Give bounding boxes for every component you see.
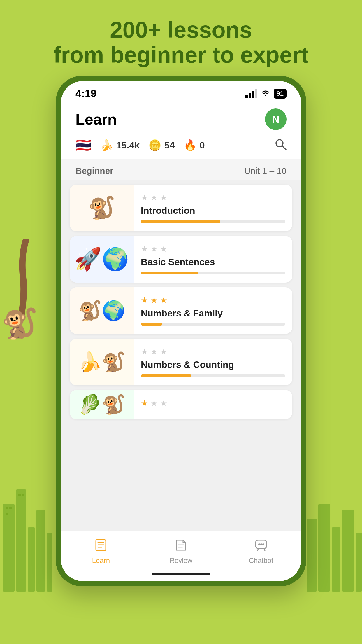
lesson-title-4: Numbers & Counting: [141, 359, 285, 370]
lesson-card-2[interactable]: 🚀🌍 ★ ★ ★ Basic Sentences: [70, 236, 292, 283]
svg-rect-8: [18, 494, 21, 496]
lesson-image-2: 🚀🌍: [70, 236, 134, 283]
progress-fill-3: [141, 323, 162, 326]
avatar[interactable]: N: [265, 108, 287, 130]
lesson-emoji-4: 🍌🐒: [78, 351, 125, 373]
progress-bar-1: [141, 220, 285, 223]
nav-icon-chatbot: [254, 538, 268, 555]
app-header: Learn N: [61, 103, 301, 133]
decorative-monkey: 🐒: [1, 306, 38, 341]
lesson-title-1: Introduction: [141, 205, 285, 216]
svg-point-26: [260, 543, 262, 545]
section-title: Beginner: [75, 166, 113, 176]
nav-item-chatbot[interactable]: Chatbot: [221, 536, 301, 567]
svg-rect-7: [6, 513, 8, 515]
stats-bar: 🇹🇭 🍌 15.4k 🪙 54 🔥 0: [61, 133, 301, 159]
star-1-3: ★: [160, 193, 167, 202]
coin-stat: 🪙 54: [148, 139, 175, 151]
fire-stat: 🔥 0: [184, 139, 205, 151]
svg-rect-13: [342, 510, 354, 592]
lesson-info-5: ★ ★ ★: [134, 392, 292, 417]
nav-label-review: Review: [170, 556, 193, 565]
promo-title-line1: 200+ lessons: [0, 18, 362, 43]
svg-point-27: [262, 543, 264, 545]
svg-rect-3: [36, 510, 45, 592]
lesson-emoji-2: 🚀🌍: [74, 246, 129, 272]
lesson-emoji-5: 🥬🐒: [78, 393, 125, 416]
progress-bar-3: [141, 323, 285, 326]
lesson-info-2: ★ ★ ★ Basic Sentences: [134, 238, 292, 281]
svg-rect-10: [307, 519, 317, 592]
svg-line-17: [282, 146, 286, 150]
coin-icon: 🪙: [148, 139, 161, 151]
lesson-card-1[interactable]: 🐒 ★ ★ ★ Introduction: [70, 185, 292, 231]
city-buildings-right: [304, 475, 362, 592]
phone-mockup: 4:19: [56, 76, 306, 586]
promo-header: 200+ lessons from beginner to expert: [0, 18, 362, 68]
star-2-2: ★: [150, 244, 158, 254]
promo-title-line2: from beginner to expert: [0, 43, 362, 68]
nav-label-learn: Learn: [92, 556, 110, 565]
nav-item-review[interactable]: Review: [141, 536, 221, 567]
lesson-title-3: Numbers & Family: [141, 308, 285, 319]
star-5-2: ★: [150, 398, 158, 408]
star-4-1: ★: [141, 347, 148, 356]
lesson-info-1: ★ ★ ★ Introduction: [134, 186, 292, 230]
fire-icon: 🔥: [184, 139, 197, 151]
star-3-3: ★: [160, 295, 167, 305]
star-4-3: ★: [160, 347, 167, 356]
status-icons: 91: [245, 89, 287, 99]
signal-icon: [245, 89, 257, 98]
coin-value: 54: [164, 140, 175, 151]
lesson-stars-5: ★ ★ ★: [141, 398, 285, 408]
lesson-emoji-3: 🐒🌍: [78, 300, 125, 322]
nav-icon-learn: [94, 538, 108, 555]
fire-value: 0: [200, 140, 205, 151]
lesson-image-5: 🥬🐒: [70, 390, 134, 419]
svg-rect-5: [6, 507, 8, 509]
svg-rect-2: [28, 527, 35, 592]
svg-rect-11: [318, 504, 330, 592]
progress-bar-2: [141, 272, 285, 274]
progress-fill-4: [141, 374, 191, 377]
nav-item-learn[interactable]: Learn: [61, 536, 141, 567]
lesson-card-5[interactable]: 🥬🐒 ★ ★ ★: [70, 390, 292, 419]
progress-fill-1: [141, 220, 220, 223]
lesson-list: 🐒 ★ ★ ★ Introduction: [61, 180, 301, 531]
banana-stat: 🍌 15.4k: [100, 139, 140, 151]
bottom-navigation: Learn Review: [61, 531, 301, 569]
lesson-title-2: Basic Sentences: [141, 257, 285, 267]
lesson-stars-1: ★ ★ ★: [141, 193, 285, 202]
phone-outer-frame: 4:19: [56, 76, 306, 586]
svg-rect-0: [3, 504, 15, 592]
lesson-card-3[interactable]: 🐒🌍 ★ ★ ★ Numbers & Family: [70, 287, 292, 334]
lesson-image-3: 🐒🌍: [70, 287, 134, 334]
section-units: Unit 1 – 10: [244, 166, 287, 176]
star-5-1: ★: [141, 398, 148, 408]
svg-rect-9: [22, 494, 24, 496]
nav-icon-review: [174, 538, 188, 555]
svg-rect-14: [356, 533, 362, 592]
search-button[interactable]: [274, 138, 287, 153]
star-3-1: ★: [141, 295, 148, 305]
lesson-image-1: 🐒: [70, 185, 134, 231]
progress-bar-4: [141, 374, 285, 377]
svg-rect-6: [9, 507, 12, 509]
lesson-info-3: ★ ★ ★ Numbers & Family: [134, 289, 292, 332]
home-indicator: [61, 569, 301, 581]
city-buildings-left: [0, 446, 64, 592]
language-flag[interactable]: 🇹🇭: [75, 138, 92, 153]
star-4-2: ★: [150, 347, 158, 356]
lesson-card-4[interactable]: 🍌🐒 ★ ★ ★ Numbers & Counting: [70, 339, 292, 385]
star-1-2: ★: [150, 193, 158, 202]
app-content: Learn N 🇹🇭 🍌 15.4k 🪙 54 🔥: [61, 103, 301, 581]
status-time: 4:19: [75, 88, 96, 100]
progress-fill-2: [141, 272, 198, 274]
svg-point-25: [258, 543, 260, 545]
status-bar: 4:19: [61, 81, 301, 103]
svg-point-15: [265, 94, 266, 96]
svg-rect-4: [47, 533, 52, 592]
star-1-1: ★: [141, 193, 148, 202]
banana-value: 15.4k: [116, 140, 140, 151]
star-5-3: ★: [160, 398, 167, 408]
